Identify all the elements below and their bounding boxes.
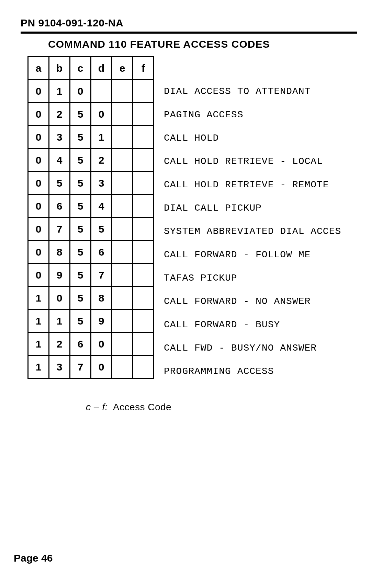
table-cell: 9 <box>49 264 70 287</box>
table-cell: 4 <box>91 195 112 218</box>
table-cell <box>133 103 154 126</box>
table-cell: 7 <box>91 264 112 287</box>
table-cell <box>133 264 154 287</box>
table-cell: 6 <box>91 241 112 264</box>
col-f: f <box>133 57 154 80</box>
table-cell: 5 <box>70 103 91 126</box>
col-c: c <box>70 57 91 80</box>
table-cell: 5 <box>91 218 112 241</box>
col-d: d <box>91 57 112 80</box>
legend-text-value: Access Code <box>113 402 171 412</box>
row-description: CALL HOLD RETRIEVE - REMOTE <box>164 173 341 196</box>
table-row: 0654 <box>28 195 154 218</box>
part-number: PN 9104-091-120-NA <box>21 17 357 29</box>
codes-table: a b c d e f 0100250035104520553065407550… <box>27 56 154 379</box>
table-row: 0351 <box>28 126 154 149</box>
row-description: CALL HOLD <box>164 126 341 150</box>
col-b: b <box>49 57 70 80</box>
table-cell: 1 <box>91 126 112 149</box>
legend-range: c – f: <box>86 402 108 412</box>
page-title: COMMAND 110 FEATURE ACCESS CODES <box>48 38 357 50</box>
table-row: 0250 <box>28 103 154 126</box>
table-cell: 2 <box>49 103 70 126</box>
table-cell: 6 <box>49 195 70 218</box>
table-cell: 5 <box>70 172 91 195</box>
table-cell <box>112 241 133 264</box>
table-cell: 5 <box>70 310 91 333</box>
table-cell: 3 <box>49 356 70 379</box>
table-cell: 1 <box>49 310 70 333</box>
table-cell: 0 <box>28 103 49 126</box>
table-cell <box>112 149 133 172</box>
table-cell: 0 <box>91 356 112 379</box>
table-cell <box>112 333 133 356</box>
page-number: Page 46 <box>14 552 53 564</box>
table-cell <box>112 172 133 195</box>
table-cell: 0 <box>28 126 49 149</box>
table-cell: 5 <box>49 172 70 195</box>
table-cell: 3 <box>91 172 112 195</box>
row-description: CALL HOLD RETRIEVE - LOCAL <box>164 150 341 173</box>
table-row: 0553 <box>28 172 154 195</box>
table-cell: 2 <box>91 149 112 172</box>
table-cell: 1 <box>28 356 49 379</box>
table-cell: 5 <box>70 149 91 172</box>
row-description: CALL FORWARD - FOLLOW ME <box>164 243 341 266</box>
table-cell <box>112 126 133 149</box>
table-cell <box>112 103 133 126</box>
row-description: TAFAS PICKUP <box>164 266 341 290</box>
table-row: 1159 <box>28 310 154 333</box>
row-description: CALL FORWARD - NO ANSWER <box>164 290 341 313</box>
table-cell: 0 <box>28 149 49 172</box>
description-column: DIAL ACCESS TO ATTENDANTPAGING ACCESSCAL… <box>164 56 341 383</box>
header-rule <box>21 32 357 34</box>
table-cell <box>133 126 154 149</box>
table-cell: 1 <box>28 310 49 333</box>
table-cell: 0 <box>28 264 49 287</box>
table-cell: 4 <box>49 149 70 172</box>
table-header-row: a b c d e f <box>28 57 154 80</box>
table-cell: 1 <box>28 333 49 356</box>
table-cell <box>133 287 154 310</box>
table-cell <box>91 80 112 103</box>
table-row: 010 <box>28 80 154 103</box>
table-cell <box>133 195 154 218</box>
table-row: 0957 <box>28 264 154 287</box>
col-e: e <box>112 57 133 80</box>
table-cell: 3 <box>49 126 70 149</box>
table-cell: 0 <box>28 241 49 264</box>
table-cell: 0 <box>91 333 112 356</box>
table-row: 1370 <box>28 356 154 379</box>
table-cell: 0 <box>70 80 91 103</box>
table-cell <box>133 149 154 172</box>
table-cell: 1 <box>49 80 70 103</box>
table-body: 0100250035104520553065407550856095710581… <box>28 80 154 379</box>
row-description: SYSTEM ABBREVIATED DIAL ACCES <box>164 220 341 243</box>
table-row: 0452 <box>28 149 154 172</box>
table-cell: 7 <box>70 356 91 379</box>
table-cell: 0 <box>28 195 49 218</box>
table-cell <box>133 218 154 241</box>
table-cell: 6 <box>70 333 91 356</box>
table-row: 1058 <box>28 287 154 310</box>
table-cell: 5 <box>70 287 91 310</box>
row-description: DIAL CALL PICKUP <box>164 196 341 220</box>
table-cell: 0 <box>91 103 112 126</box>
content-row: a b c d e f 0100250035104520553065407550… <box>21 56 357 383</box>
row-description: PAGING ACCESS <box>164 103 341 126</box>
table-cell: 5 <box>70 195 91 218</box>
table-cell: 8 <box>49 241 70 264</box>
row-description: PROGRAMMING ACCESS <box>164 360 341 383</box>
table-cell <box>112 310 133 333</box>
table-cell: 9 <box>91 310 112 333</box>
table-cell <box>112 195 133 218</box>
table-cell: 2 <box>49 333 70 356</box>
table-cell: 0 <box>49 287 70 310</box>
document-page: PN 9104-091-120-NA COMMAND 110 FEATURE A… <box>0 0 371 588</box>
legend-text <box>111 402 113 412</box>
table-cell <box>133 172 154 195</box>
table-cell: 5 <box>70 218 91 241</box>
table-cell: 1 <box>28 287 49 310</box>
table-cell: 0 <box>28 172 49 195</box>
table-cell: 5 <box>70 264 91 287</box>
